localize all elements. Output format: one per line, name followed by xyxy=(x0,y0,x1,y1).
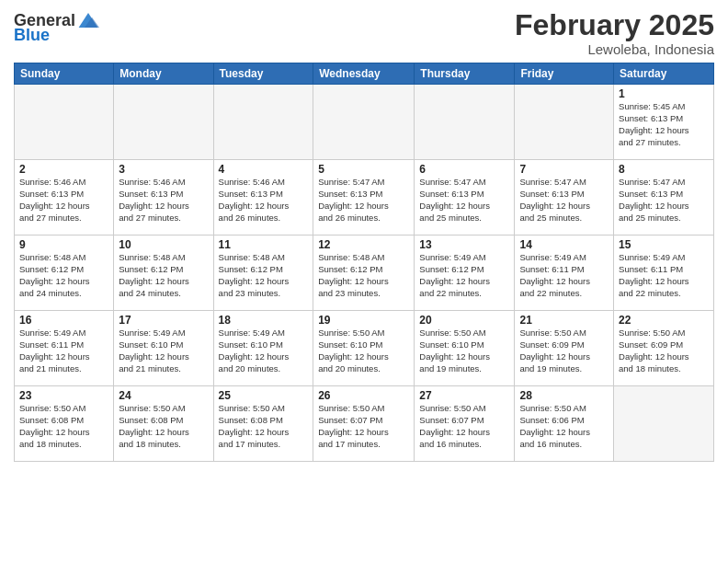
table-row xyxy=(515,85,614,160)
table-row: 17Sunrise: 5:49 AM Sunset: 6:10 PM Dayli… xyxy=(114,311,213,386)
day-number: 26 xyxy=(318,389,409,402)
week-row-4: 16Sunrise: 5:49 AM Sunset: 6:11 PM Dayli… xyxy=(15,311,714,386)
day-number: 18 xyxy=(219,314,309,327)
table-row: 14Sunrise: 5:49 AM Sunset: 6:11 PM Dayli… xyxy=(515,236,614,311)
day-info: Sunrise: 5:50 AM Sunset: 6:10 PM Dayligh… xyxy=(419,327,509,374)
day-number: 1 xyxy=(619,87,709,100)
day-info: Sunrise: 5:46 AM Sunset: 6:13 PM Dayligh… xyxy=(19,177,108,224)
day-info: Sunrise: 5:47 AM Sunset: 6:13 PM Dayligh… xyxy=(419,177,509,224)
day-info: Sunrise: 5:50 AM Sunset: 6:08 PM Dayligh… xyxy=(219,403,309,450)
table-row: 27Sunrise: 5:50 AM Sunset: 6:07 PM Dayli… xyxy=(415,386,515,462)
table-row: 13Sunrise: 5:49 AM Sunset: 6:12 PM Dayli… xyxy=(415,236,515,311)
day-number: 7 xyxy=(519,163,609,176)
day-number: 4 xyxy=(219,163,309,176)
table-row: 6Sunrise: 5:47 AM Sunset: 6:13 PM Daylig… xyxy=(415,160,515,236)
table-row: 5Sunrise: 5:47 AM Sunset: 6:13 PM Daylig… xyxy=(313,160,415,236)
day-info: Sunrise: 5:50 AM Sunset: 6:07 PM Dayligh… xyxy=(318,403,409,450)
day-info: Sunrise: 5:49 AM Sunset: 6:11 PM Dayligh… xyxy=(519,252,609,299)
week-row-5: 23Sunrise: 5:50 AM Sunset: 6:08 PM Dayli… xyxy=(15,386,714,462)
day-number: 27 xyxy=(419,389,509,402)
day-number: 6 xyxy=(419,163,509,176)
table-row xyxy=(15,85,114,160)
day-info: Sunrise: 5:48 AM Sunset: 6:12 PM Dayligh… xyxy=(219,252,309,299)
day-info: Sunrise: 5:50 AM Sunset: 6:10 PM Dayligh… xyxy=(318,327,409,374)
table-row: 4Sunrise: 5:46 AM Sunset: 6:13 PM Daylig… xyxy=(213,160,313,236)
table-row: 10Sunrise: 5:48 AM Sunset: 6:12 PM Dayli… xyxy=(114,236,213,311)
day-number: 14 xyxy=(519,238,609,251)
table-row xyxy=(213,85,313,160)
day-info: Sunrise: 5:50 AM Sunset: 6:07 PM Dayligh… xyxy=(419,403,509,450)
table-row: 7Sunrise: 5:47 AM Sunset: 6:13 PM Daylig… xyxy=(515,160,614,236)
week-row-1: 1Sunrise: 5:45 AM Sunset: 6:13 PM Daylig… xyxy=(15,85,714,160)
table-row xyxy=(313,85,415,160)
header-tuesday: Tuesday xyxy=(213,63,313,85)
day-info: Sunrise: 5:48 AM Sunset: 6:12 PM Dayligh… xyxy=(19,252,108,299)
day-number: 10 xyxy=(119,238,208,251)
day-number: 15 xyxy=(619,238,709,251)
logo: General Blue xyxy=(14,9,99,45)
day-number: 12 xyxy=(318,238,409,251)
day-number: 5 xyxy=(318,163,409,176)
day-info: Sunrise: 5:50 AM Sunset: 6:09 PM Dayligh… xyxy=(519,327,609,374)
table-row: 20Sunrise: 5:50 AM Sunset: 6:10 PM Dayli… xyxy=(415,311,515,386)
table-row: 15Sunrise: 5:49 AM Sunset: 6:11 PM Dayli… xyxy=(614,236,714,311)
table-row: 26Sunrise: 5:50 AM Sunset: 6:07 PM Dayli… xyxy=(313,386,415,462)
table-row: 19Sunrise: 5:50 AM Sunset: 6:10 PM Dayli… xyxy=(313,311,415,386)
table-row: 22Sunrise: 5:50 AM Sunset: 6:09 PM Dayli… xyxy=(614,311,714,386)
table-row: 9Sunrise: 5:48 AM Sunset: 6:12 PM Daylig… xyxy=(15,236,114,311)
table-row: 1Sunrise: 5:45 AM Sunset: 6:13 PM Daylig… xyxy=(614,85,714,160)
day-number: 19 xyxy=(318,314,409,327)
day-number: 16 xyxy=(19,314,108,327)
day-info: Sunrise: 5:45 AM Sunset: 6:13 PM Dayligh… xyxy=(619,101,709,148)
day-number: 17 xyxy=(119,314,208,327)
day-number: 21 xyxy=(519,314,609,327)
table-row: 2Sunrise: 5:46 AM Sunset: 6:13 PM Daylig… xyxy=(15,160,114,236)
day-number: 20 xyxy=(419,314,509,327)
day-number: 23 xyxy=(19,389,108,402)
logo-icon xyxy=(77,9,99,31)
header-wednesday: Wednesday xyxy=(313,63,415,85)
day-info: Sunrise: 5:49 AM Sunset: 6:10 PM Dayligh… xyxy=(219,327,309,374)
day-number: 11 xyxy=(219,238,309,251)
table-row: 16Sunrise: 5:49 AM Sunset: 6:11 PM Dayli… xyxy=(15,311,114,386)
day-info: Sunrise: 5:49 AM Sunset: 6:12 PM Dayligh… xyxy=(419,252,509,299)
day-number: 13 xyxy=(419,238,509,251)
table-row xyxy=(415,85,515,160)
day-info: Sunrise: 5:50 AM Sunset: 6:09 PM Dayligh… xyxy=(619,327,709,374)
day-info: Sunrise: 5:50 AM Sunset: 6:06 PM Dayligh… xyxy=(519,403,609,450)
day-number: 24 xyxy=(119,389,208,402)
table-row: 18Sunrise: 5:49 AM Sunset: 6:10 PM Dayli… xyxy=(213,311,313,386)
header-sunday: Sunday xyxy=(15,63,114,85)
page-header: General Blue February 2025 Lewoleba, Ind… xyxy=(14,9,714,57)
location-title: Lewoleba, Indonesia xyxy=(515,41,714,57)
table-row: 24Sunrise: 5:50 AM Sunset: 6:08 PM Dayli… xyxy=(114,386,213,462)
header-friday: Friday xyxy=(515,63,614,85)
day-number: 8 xyxy=(619,163,709,176)
day-number: 28 xyxy=(519,389,609,402)
logo-blue: Blue xyxy=(14,26,50,45)
table-row: 11Sunrise: 5:48 AM Sunset: 6:12 PM Dayli… xyxy=(213,236,313,311)
month-title: February 2025 xyxy=(515,9,714,41)
day-info: Sunrise: 5:46 AM Sunset: 6:13 PM Dayligh… xyxy=(219,177,309,224)
header-thursday: Thursday xyxy=(415,63,515,85)
table-row: 12Sunrise: 5:48 AM Sunset: 6:12 PM Dayli… xyxy=(313,236,415,311)
day-number: 25 xyxy=(219,389,309,402)
table-row xyxy=(114,85,213,160)
header-saturday: Saturday xyxy=(614,63,714,85)
day-info: Sunrise: 5:49 AM Sunset: 6:10 PM Dayligh… xyxy=(119,327,208,374)
day-info: Sunrise: 5:48 AM Sunset: 6:12 PM Dayligh… xyxy=(119,252,208,299)
weekday-header-row: Sunday Monday Tuesday Wednesday Thursday… xyxy=(15,63,714,85)
day-info: Sunrise: 5:48 AM Sunset: 6:12 PM Dayligh… xyxy=(318,252,409,299)
day-info: Sunrise: 5:47 AM Sunset: 6:13 PM Dayligh… xyxy=(318,177,409,224)
calendar-table: Sunday Monday Tuesday Wednesday Thursday… xyxy=(14,63,714,462)
day-info: Sunrise: 5:50 AM Sunset: 6:08 PM Dayligh… xyxy=(19,403,108,450)
day-info: Sunrise: 5:50 AM Sunset: 6:08 PM Dayligh… xyxy=(119,403,208,450)
day-info: Sunrise: 5:47 AM Sunset: 6:13 PM Dayligh… xyxy=(519,177,609,224)
table-row: 21Sunrise: 5:50 AM Sunset: 6:09 PM Dayli… xyxy=(515,311,614,386)
day-number: 22 xyxy=(619,314,709,327)
day-info: Sunrise: 5:47 AM Sunset: 6:13 PM Dayligh… xyxy=(619,177,709,224)
table-row: 3Sunrise: 5:46 AM Sunset: 6:13 PM Daylig… xyxy=(114,160,213,236)
table-row xyxy=(614,386,714,462)
title-block: February 2025 Lewoleba, Indonesia xyxy=(515,9,714,57)
week-row-2: 2Sunrise: 5:46 AM Sunset: 6:13 PM Daylig… xyxy=(15,160,714,236)
